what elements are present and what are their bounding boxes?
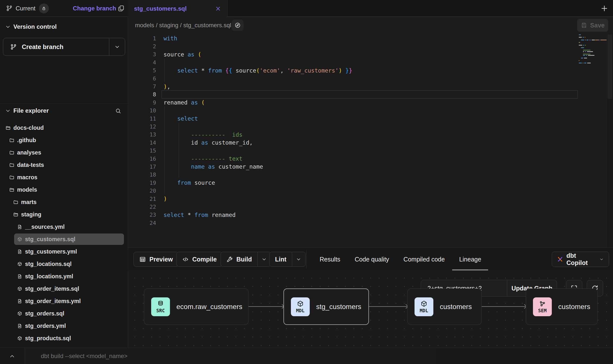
code-line[interactable]: 14 id as customer_id,	[128, 139, 613, 147]
minimap[interactable]	[578, 34, 607, 247]
file-type-icon	[9, 187, 14, 192]
file-type-icon	[17, 274, 22, 279]
build-dropdown[interactable]	[257, 252, 271, 266]
code-editor[interactable]: 1with23source as (45 select * from {{ so…	[128, 33, 613, 248]
code-line[interactable]: 8	[128, 91, 613, 99]
create-branch-dropdown[interactable]	[109, 38, 125, 55]
scrollbar-thumb[interactable]	[608, 34, 612, 99]
tree-item[interactable]: stg_customers.sql	[0, 233, 128, 245]
breadcrumb-row: models / staging / stg_customers.sql Sav…	[128, 17, 613, 33]
editor-scrollbar[interactable]	[607, 33, 613, 248]
tree-item[interactable]: stg_orders.yml	[0, 320, 128, 332]
bottom-toolbar: Preview Compile Build Lint Results	[128, 248, 613, 270]
tree-item[interactable]: docs-cloud	[0, 122, 128, 134]
file-explorer-section-header[interactable]: File explorer	[0, 105, 128, 116]
build-main[interactable]: Build	[221, 252, 257, 266]
lineage-node[interactable]: SRC ecom.raw_customers	[144, 288, 249, 325]
dbt-copilot-button[interactable]: dbt Copilot	[552, 252, 609, 267]
tree-item[interactable]: stg_products.sql	[0, 332, 128, 344]
close-icon[interactable]	[215, 5, 221, 12]
code-line[interactable]: 15	[128, 147, 613, 155]
tree-item-label: stg_customers.yml	[25, 248, 77, 255]
panel-tab[interactable]: Results	[320, 248, 340, 271]
branch-lock-badge	[39, 3, 49, 13]
file-type-icon	[17, 237, 22, 242]
tree-item[interactable]: models	[0, 183, 128, 196]
node-label: customers	[558, 303, 590, 311]
new-tab-button[interactable]	[600, 4, 609, 13]
code-line[interactable]: 12	[128, 123, 613, 130]
code-line[interactable]: 1with	[128, 34, 613, 42]
git-branch-icon	[10, 44, 17, 50]
code-line[interactable]: 2	[128, 42, 613, 50]
panel-tabs: Results Code quality Compiled code Linea…	[320, 248, 481, 271]
file-tree: docs-cloud .github analyses	[0, 122, 128, 344]
code-line[interactable]: 10	[128, 107, 613, 115]
code-line[interactable]: 9renamed as (	[128, 99, 613, 106]
tree-item[interactable]: stg_locations.sql	[0, 258, 128, 270]
compass-button[interactable]	[232, 20, 244, 31]
panel-tab[interactable]: Compiled code	[403, 248, 445, 271]
code-line[interactable]: 7),	[128, 82, 613, 90]
code-line[interactable]: 5 select * from {{ source('ecom', 'raw_c…	[128, 67, 613, 75]
chevron-up-icon[interactable]	[9, 353, 15, 360]
tree-item[interactable]: marts	[0, 196, 128, 208]
tree-item-label: stg_order_items.yml	[25, 298, 81, 305]
code-line[interactable]: 21)	[128, 195, 613, 203]
panel-tab[interactable]: Code quality	[355, 248, 389, 271]
tab-stg-customers-sql[interactable]: stg_customers.sql	[128, 0, 227, 17]
save-button[interactable]: Save	[577, 19, 608, 32]
code-line[interactable]: 24	[128, 219, 613, 227]
tree-item[interactable]: stg_orders.sql	[0, 307, 128, 320]
tree-item[interactable]: macros	[0, 171, 128, 183]
code-line[interactable]: 4	[128, 58, 613, 66]
code-line[interactable]: 20	[128, 187, 613, 195]
tree-item[interactable]: stg_order_items.sql	[0, 283, 128, 295]
code-line[interactable]: 3source as (	[128, 51, 613, 58]
tree-item[interactable]: staging	[0, 208, 128, 221]
tree-item[interactable]: .github	[0, 134, 128, 146]
tree-item[interactable]: stg_locations.yml	[0, 270, 128, 283]
version-control-section-header[interactable]: Version control	[0, 21, 128, 32]
code-icon	[182, 256, 189, 263]
tree-item-label: __sources.yml	[25, 224, 65, 230]
dbt-copilot-icon	[557, 256, 563, 263]
code-line[interactable]: 6	[128, 75, 613, 82]
code-line[interactable]: 23select * from renamed	[128, 211, 613, 219]
tree-item[interactable]: stg_customers.yml	[0, 245, 128, 258]
code-line[interactable]: 19 from source	[128, 179, 613, 187]
dbt-command-input[interactable]	[25, 348, 436, 364]
lint-main[interactable]: Lint	[270, 252, 292, 266]
git-branch-icon	[6, 5, 13, 12]
tree-item-label: stg_order_items.sql	[25, 286, 79, 292]
chevron-down-icon	[296, 257, 301, 262]
copy-icon[interactable]	[117, 5, 125, 12]
code-line[interactable]: 16 ---------- text	[128, 155, 613, 163]
change-branch-link[interactable]: Change branch	[73, 0, 116, 17]
status-bar: Defer to staging/production Ready	[0, 348, 613, 364]
create-branch-main[interactable]: Create branch	[3, 38, 109, 55]
lineage-node[interactable]: MDL stg_customers	[283, 288, 369, 325]
code-line[interactable]: 17 name as customer_name	[128, 163, 613, 171]
panel-tab-label: Code quality	[355, 256, 389, 263]
tree-item-label: stg_products.sql	[25, 335, 71, 342]
compile-button[interactable]: Compile	[176, 252, 223, 267]
code-line[interactable]: 22	[128, 203, 613, 211]
tree-item[interactable]: data-tests	[0, 159, 128, 171]
lint-dropdown[interactable]	[292, 252, 305, 266]
tree-item[interactable]: stg_order_items.yml	[0, 295, 128, 307]
code-line[interactable]: 18	[128, 171, 613, 179]
code-line[interactable]: 13 ---------- ids	[128, 131, 613, 139]
tree-item[interactable]: __sources.yml	[0, 221, 128, 233]
preview-button[interactable]: Preview	[134, 252, 179, 267]
lineage-node[interactable]: MDL customers	[407, 288, 482, 325]
tree-item[interactable]: analyses	[0, 146, 128, 159]
search-icon[interactable]	[115, 108, 121, 114]
editor-tabbar: stg_customers.sql	[128, 0, 613, 17]
lineage-node[interactable]: SEM customers	[526, 288, 598, 325]
code-lines: 1with23source as (45 select * from {{ so…	[128, 34, 613, 227]
panel-tab[interactable]: Lineage	[459, 248, 481, 271]
code-line[interactable]: 11 select	[128, 115, 613, 123]
file-type-icon	[17, 286, 22, 291]
file-type-icon	[5, 125, 11, 130]
